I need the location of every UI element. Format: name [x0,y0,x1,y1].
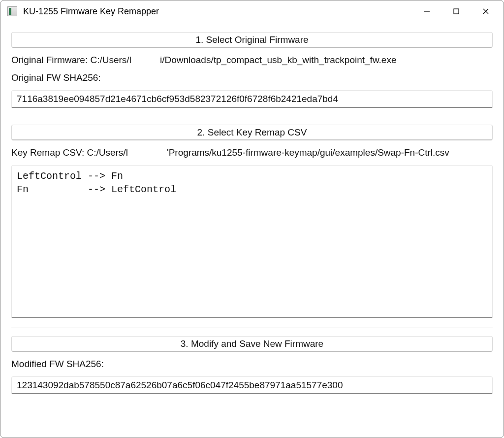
maximize-icon [453,8,460,15]
svg-rect-1 [454,9,459,14]
minimize-icon [423,8,430,15]
select-remap-csv-button[interactable]: 2. Select Key Remap CSV [11,125,493,140]
original-sha-field[interactable] [11,90,493,108]
maximize-button[interactable] [441,2,471,20]
modified-sha-field[interactable] [11,376,493,394]
minimize-button[interactable] [412,2,441,20]
window-title: KU-1255 Firmware Key Remapper [23,6,412,17]
app-window: KU-1255 Firmware Key Remapper 1. Select … [0,0,504,438]
remap-csv-path-label: Key Remap CSV: C:/Users/l 'Programs/ku12… [11,147,493,158]
original-sha-label: Original FW SHA256: [11,72,493,83]
titlebar: KU-1255 Firmware Key Remapper [0,0,504,22]
window-controls [412,2,501,20]
divider [11,328,493,328]
select-original-firmware-button[interactable]: 1. Select Original Firmware [11,32,493,48]
app-icon [7,6,17,16]
close-button[interactable] [471,2,501,20]
remap-preview-textarea[interactable] [11,165,493,318]
content-area: 1. Select Original Firmware Original Fir… [0,22,504,438]
modified-sha-label: Modified FW SHA256: [11,359,493,370]
original-firmware-path-label: Original Firmware: C:/Users/l i/Download… [11,55,493,66]
close-icon [482,8,489,15]
modify-save-firmware-button[interactable]: 3. Modify and Save New Firmware [11,336,493,352]
